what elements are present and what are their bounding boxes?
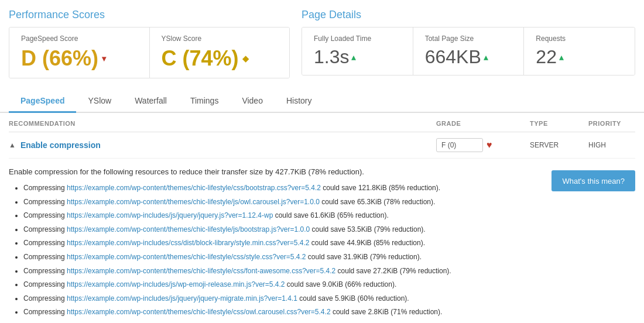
list-item: Compressing https://example.com/wp-conte…	[23, 251, 540, 264]
tab-history[interactable]: History	[275, 90, 324, 113]
yslow-label: YSlow Score	[162, 35, 278, 43]
content-area: RECOMMENDATION GRADE TYPE PRIORITY ▲ Ena…	[0, 113, 644, 323]
resource-link[interactable]: https://example.com/wp-content/themes/ch…	[67, 225, 310, 233]
resource-link[interactable]: https://example.com/wp-includes/css/dist…	[67, 239, 310, 247]
resource-link[interactable]: https://example.com/wp-content/themes/ch…	[67, 267, 335, 275]
table-header: RECOMMENDATION GRADE TYPE PRIORITY	[9, 113, 635, 132]
resource-link[interactable]: https://example.com/wp-includes/js/jquer…	[67, 211, 273, 219]
requests-label: Requests	[536, 35, 623, 43]
scores-box: PageSpeed Score D (66%) ▾ YSlow Score C …	[9, 27, 290, 78]
resource-list: Compressing https://example.com/wp-conte…	[9, 182, 540, 323]
tab-video[interactable]: Video	[230, 90, 275, 113]
fully-loaded-label: Fully Loaded Time	[314, 35, 401, 43]
type-cell: SERVER	[530, 141, 588, 149]
description-text: Enable compression for the following res…	[9, 167, 540, 323]
total-size-label: Total Page Size	[425, 35, 512, 43]
pagespeed-label: PageSpeed Score	[21, 35, 138, 43]
resource-link[interactable]: https://example.com/wp-content/themes/ch…	[67, 198, 320, 206]
performance-scores-title: Performance Scores	[9, 9, 290, 21]
grade-arrow-down-icon: ♥	[487, 140, 492, 150]
col-header-type: TYPE	[530, 120, 588, 127]
pagespeed-value: D (66%) ▾	[21, 46, 138, 71]
grade-cell: ♥	[436, 138, 530, 152]
list-item: Compressing https://example.com/wp-inclu…	[23, 209, 540, 222]
yslow-score-cell: YSlow Score C (74%) ◆	[150, 28, 290, 78]
tabs-bar: PageSpeed YSlow Waterfall Timings Video …	[9, 90, 635, 112]
requests-value: 22 ▴	[536, 46, 623, 68]
recommendation-title[interactable]: ▲ Enable compression	[9, 140, 436, 150]
list-item: Compressing https://example.com/wp-conte…	[23, 182, 540, 195]
resource-link[interactable]: https://example.com/wp-includes/js/jquer…	[67, 294, 297, 303]
total-size-cell: Total Page Size 664KB ▴	[413, 28, 525, 75]
list-item: Compressing https://example.com/wp-conte…	[23, 196, 540, 209]
requests-arrow-up-icon: ▴	[559, 51, 564, 63]
description-intro: Enable compression for the following res…	[9, 167, 540, 176]
total-size-arrow-up-icon: ▴	[484, 51, 488, 63]
resource-link[interactable]: https://example.com/wp-includes/js/wp-em…	[67, 280, 285, 288]
resource-link[interactable]: https://example.com/wp-content/themes/ch…	[67, 184, 321, 192]
fully-loaded-value: 1.3s ▴	[314, 46, 401, 68]
list-item: Compressing https://example.com/wp-conte…	[23, 306, 540, 319]
resource-link[interactable]: https://example.com/wp-content/themes/ch…	[67, 308, 331, 316]
tabs-section: PageSpeed YSlow Waterfall Timings Video …	[0, 90, 644, 113]
tab-pagespeed[interactable]: PageSpeed	[9, 90, 76, 113]
requests-cell: Requests 22 ▴	[524, 28, 635, 75]
list-item: Compressing https://example.com/wp-inclu…	[23, 237, 540, 250]
list-item: Compressing https://example.com/wp-inclu…	[23, 293, 540, 305]
fully-loaded-arrow-up-icon: ▴	[351, 51, 356, 63]
whats-this-mean-button[interactable]: What's this mean?	[551, 170, 635, 191]
recommendation-title-text: Enable compression	[20, 140, 101, 150]
col-header-priority: PRIORITY	[588, 120, 635, 127]
page-details-title: Page Details	[302, 9, 635, 21]
total-size-value: 664KB ▴	[425, 46, 512, 68]
yslow-value: C (74%) ◆	[162, 46, 278, 71]
pagespeed-arrow-down-icon: ▾	[102, 54, 106, 63]
page-details-panel: Page Details Fully Loaded Time 1.3s ▴ To…	[302, 9, 635, 78]
priority-cell: HIGH	[588, 141, 635, 149]
list-item: Compressing https://example.com/wp-conte…	[23, 265, 540, 278]
resource-link[interactable]: https://example.com/wp-content/themes/ch…	[67, 253, 306, 261]
grade-input[interactable]	[436, 138, 483, 152]
col-header-grade: GRADE	[436, 120, 530, 127]
details-box: Fully Loaded Time 1.3s ▴ Total Page Size…	[302, 27, 635, 75]
pagespeed-score-cell: PageSpeed Score D (66%) ▾	[9, 28, 150, 78]
description-area: Enable compression for the following res…	[9, 159, 635, 323]
col-header-recommendation: RECOMMENDATION	[9, 120, 436, 127]
tab-yslow[interactable]: YSlow	[76, 90, 123, 113]
yslow-arrow-diamond-icon: ◆	[242, 54, 249, 63]
tab-waterfall[interactable]: Waterfall	[123, 90, 179, 113]
chevron-up-icon: ▲	[9, 141, 16, 149]
fully-loaded-cell: Fully Loaded Time 1.3s ▴	[302, 28, 413, 75]
performance-scores-panel: Performance Scores PageSpeed Score D (66…	[9, 9, 302, 78]
list-item: Compressing https://example.com/wp-conte…	[23, 224, 540, 236]
recommendation-row: ▲ Enable compression ♥ SERVER HIGH	[9, 132, 635, 159]
list-item: Compressing https://example.com/wp-conte…	[23, 320, 540, 323]
list-item: Compressing https://example.com/wp-inclu…	[23, 279, 540, 291]
tab-timings[interactable]: Timings	[179, 90, 231, 113]
